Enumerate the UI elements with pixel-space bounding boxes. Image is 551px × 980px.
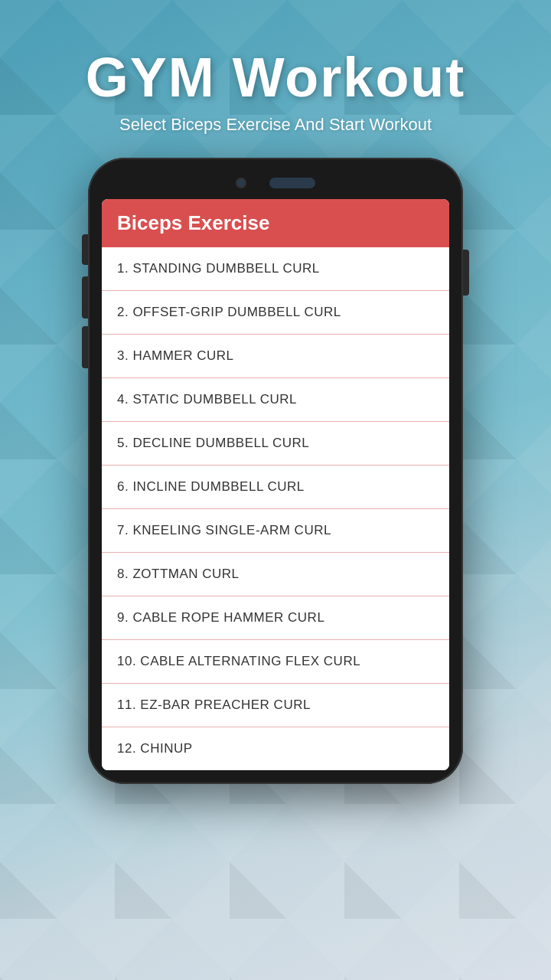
exercise-item[interactable]: 3. HAMMER CURL bbox=[102, 335, 449, 378]
exercise-item[interactable]: 4. STATIC DUMBBELL CURL bbox=[102, 378, 449, 422]
app-subtitle: Select Biceps Exercise And Start Workout bbox=[86, 115, 466, 135]
volume-mute-button bbox=[82, 234, 88, 265]
exercise-list: 1. STANDING DUMBBELL CURL2. OFFSET-GRIP … bbox=[102, 247, 449, 770]
exercise-item[interactable]: 6. INCLINE DUMBBELL CURL bbox=[102, 466, 449, 509]
earpiece-speaker bbox=[269, 178, 315, 188]
app-title: GYM Workout bbox=[86, 46, 466, 109]
exercise-item[interactable]: 12. CHINUP bbox=[102, 727, 449, 770]
exercise-item[interactable]: 9. CABLE ROPE HAMMER CURL bbox=[102, 596, 449, 640]
exercise-item[interactable]: 10. CABLE ALTERNATING FLEX CURL bbox=[102, 640, 449, 684]
exercise-item[interactable]: 2. OFFSET-GRIP DUMBBELL CURL bbox=[102, 291, 449, 335]
phone-top-bar bbox=[102, 172, 449, 199]
screen-header: Biceps Exercise bbox=[102, 199, 449, 247]
header: GYM Workout Select Biceps Exercise And S… bbox=[86, 0, 466, 158]
exercise-item[interactable]: 7. KNEELING SINGLE-ARM CURL bbox=[102, 509, 449, 553]
screen-title: Biceps Exercise bbox=[117, 211, 434, 235]
exercise-item[interactable]: 8. ZOTTMAN CURL bbox=[102, 553, 449, 596]
exercise-item[interactable]: 1. STANDING DUMBBELL CURL bbox=[102, 247, 449, 291]
phone-mockup: Biceps Exercise 1. STANDING DUMBBELL CUR… bbox=[88, 158, 463, 784]
power-button bbox=[463, 250, 469, 296]
phone-screen: Biceps Exercise 1. STANDING DUMBBELL CUR… bbox=[102, 199, 449, 770]
volume-down-button bbox=[82, 326, 88, 368]
volume-up-button bbox=[82, 276, 88, 318]
exercise-item[interactable]: 11. EZ-BAR PREACHER CURL bbox=[102, 684, 449, 727]
front-camera bbox=[236, 178, 246, 188]
exercise-item[interactable]: 5. DECLINE DUMBBELL CURL bbox=[102, 422, 449, 466]
